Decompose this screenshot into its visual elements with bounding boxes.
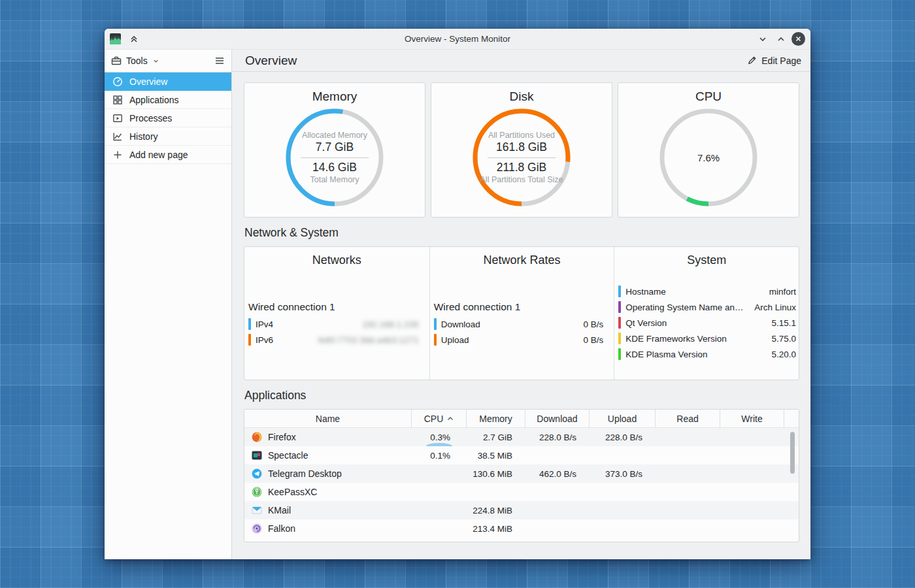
table-row-kmail[interactable]: KMail 224.8 MiB [244, 501, 799, 519]
sidebar-item-label: Add new page [129, 150, 188, 160]
cpu-gauge: 7.6% [659, 108, 757, 206]
table-row-spectacle[interactable]: Spectacle 0.1% 38.5 MiB [244, 446, 799, 465]
ipv6-row: IPv6 fe80:7702:3bb:a4b3:1271 [244, 332, 429, 348]
sidebar-item-processes[interactable]: Processes [105, 109, 231, 127]
falkon-icon [252, 523, 262, 534]
upload-row: Upload 0 B/s [430, 332, 614, 348]
window-play-icon [112, 113, 123, 123]
frameworks-version-row: KDE Frameworks Version 5.75.0 [614, 331, 799, 346]
networks-title: Networks [244, 253, 429, 267]
system-monitor-window: Overview - System Monitor Tools [105, 29, 810, 559]
qt-version-row: Qt Version 5.15.1 [614, 315, 799, 331]
sidebar-item-label: History [129, 131, 158, 142]
overview-page: Memory Allocated Memory 7.7 GiB 14.6 GiB [232, 72, 810, 559]
gauge-value-used: 161.8 GiB [496, 140, 547, 155]
grid-icon [112, 95, 123, 105]
tools-menu[interactable]: Tools [105, 50, 231, 73]
table-row-keepassxc[interactable]: KeePassXC [244, 483, 799, 501]
cpu-card: CPU 7.6% [618, 82, 799, 218]
sidebar-item-history[interactable]: History [105, 127, 231, 146]
toolbox-icon [111, 56, 122, 66]
section-network-system: Network & System [244, 226, 799, 240]
sidebar-item-add-new-page[interactable]: Add new page [105, 146, 231, 164]
column-header-gutter [784, 410, 799, 427]
edit-page-button[interactable]: Edit Page [747, 56, 801, 66]
sensor-color-bar [618, 348, 621, 360]
sensor-color-bar [248, 318, 251, 330]
memory-gauge: Allocated Memory 7.7 GiB 14.6 GiB Total … [286, 108, 384, 206]
gauge-value-total: 211.8 GiB [497, 160, 547, 176]
firefox-icon [252, 432, 262, 442]
disk-gauge: All Partitions Used 161.8 GiB 211.8 GiB … [473, 108, 571, 206]
table-row-falkon[interactable]: Falkon 213.4 MiB [244, 519, 799, 538]
kmail-icon [252, 505, 262, 515]
table-header: Name CPU Memory Download Upload Read Wri… [244, 410, 799, 428]
sensor-color-bar [618, 317, 621, 329]
cpu-card-title: CPU [695, 90, 722, 104]
page-header: Overview Edit Page [232, 50, 810, 72]
minimize-button[interactable] [755, 31, 771, 47]
disk-card-title: Disk [510, 90, 534, 104]
pencil-icon [747, 56, 757, 65]
chart-line-icon [112, 131, 123, 142]
column-header-name[interactable]: Name [244, 410, 412, 427]
tools-label: Tools [126, 56, 148, 66]
memory-card: Memory Allocated Memory 7.7 GiB 14.6 GiB [244, 82, 425, 218]
ipv6-value-blurred: fe80:7702:3bb:a4b3:1271 [313, 335, 419, 345]
titlebar[interactable]: Overview - System Monitor [105, 29, 810, 50]
connection-name: Wired connection 1 [434, 301, 614, 313]
networks-column: Networks Wired connection 1 IPv4 192.168… [244, 247, 429, 380]
system-title: System [614, 253, 799, 267]
hostname-row: Hostname minfort [614, 284, 799, 299]
network-rates-column: Network Rates Wired connection 1 Downloa… [429, 247, 614, 380]
sidebar: Tools Overview Applications Processes Hi… [105, 50, 232, 559]
ipv4-row: IPv4 192.168.1.235 [244, 316, 429, 332]
download-value: 0 B/s [578, 319, 604, 329]
upload-value: 0 B/s [578, 335, 604, 345]
sidebar-item-overview[interactable]: Overview [105, 73, 231, 91]
applications-table: Name CPU Memory Download Upload Read Wri… [244, 409, 799, 542]
disk-card: Disk All Partitions Used 161.8 GiB 211.8… [431, 82, 612, 218]
plus-icon [112, 150, 123, 160]
table-row-firefox[interactable]: Firefox 0.3% 2.7 GiB 228.0 B/s 228.0 B/s [244, 428, 799, 446]
system-column: System Hostname minfort Operating System… [614, 247, 799, 380]
connection-name: Wired connection 1 [248, 301, 429, 313]
sensor-color-bar [248, 334, 251, 346]
column-header-memory[interactable]: Memory [467, 410, 525, 427]
table-scrollbar[interactable] [790, 432, 795, 474]
sidebar-item-label: Overview [129, 76, 167, 87]
column-header-upload[interactable]: Upload [590, 410, 656, 427]
column-header-write[interactable]: Write [720, 410, 784, 427]
maximize-button[interactable] [773, 31, 789, 47]
network-rates-title: Network Rates [430, 253, 614, 267]
sensor-color-bar [434, 334, 437, 346]
sidebar-item-label: Applications [129, 95, 179, 105]
chevron-down-icon [152, 57, 159, 65]
sensor-color-bar [618, 333, 621, 344]
sensor-color-bar [434, 318, 437, 330]
column-header-read[interactable]: Read [656, 410, 720, 427]
column-header-cpu[interactable]: CPU [412, 410, 467, 427]
memory-card-title: Memory [312, 90, 358, 104]
sensor-color-bar [618, 301, 621, 313]
gauge-top-label: All Partitions Used [488, 131, 555, 140]
sort-ascending-icon [447, 416, 454, 421]
sidebar-item-label: Processes [129, 113, 172, 123]
sensor-color-bar [618, 286, 621, 297]
plasma-version-row: KDE Plasma Version 5.20.0 [614, 346, 799, 362]
page-title: Overview [245, 54, 297, 68]
close-button[interactable] [791, 32, 805, 46]
gauge-value-total: 14.6 GiB [312, 160, 357, 176]
spectacle-icon [252, 450, 262, 461]
speedometer-icon [112, 76, 123, 87]
column-header-download[interactable]: Download [525, 410, 590, 427]
gauge-bottom-label: Total Memory [310, 175, 359, 184]
telegram-icon [252, 468, 262, 479]
window-title: Overview - System Monitor [105, 34, 810, 44]
sidebar-item-applications[interactable]: Applications [105, 91, 231, 109]
network-system-card: Networks Wired connection 1 IPv4 192.168… [244, 246, 799, 380]
table-row-telegram[interactable]: Telegram Desktop 130.6 MiB 462.0 B/s 373… [244, 465, 799, 483]
os-row: Operating System Name an… Arch Linux [614, 299, 799, 315]
hamburger-menu-icon[interactable] [214, 56, 225, 66]
cpu-percent-label: 7.6% [697, 152, 720, 163]
